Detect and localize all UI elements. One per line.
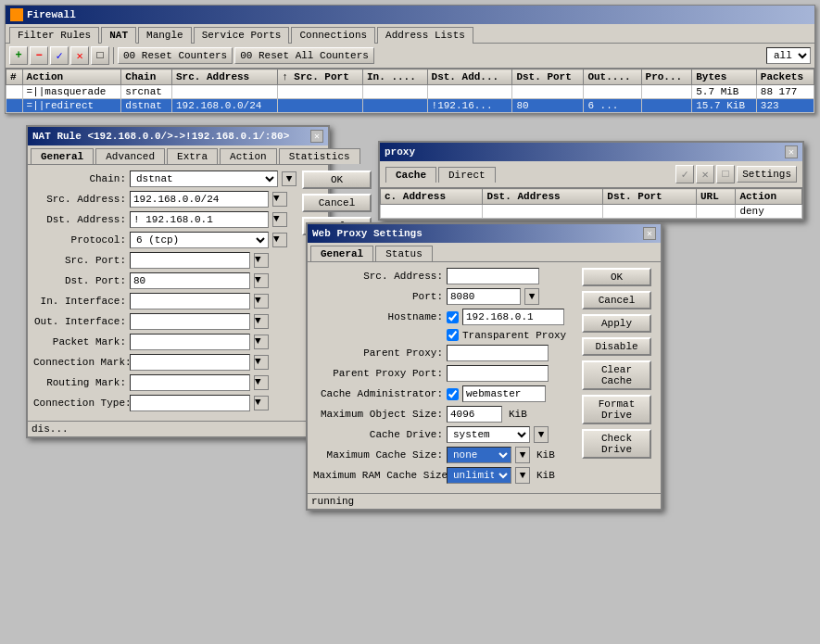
nat-tab-action[interactable]: Action	[220, 148, 277, 164]
nat-tab-general[interactable]: General	[31, 148, 94, 164]
proxy-x-btn[interactable]: ✕	[696, 165, 714, 183]
in-interface-input[interactable]	[130, 293, 250, 309]
tab-filter-rules[interactable]: Filter Rules	[9, 27, 99, 44]
proxy-settings-button[interactable]: Settings	[737, 166, 797, 183]
wp-cache-drive-select[interactable]: system	[447, 426, 530, 443]
dst-address-dropdown[interactable]: ▼	[272, 212, 287, 227]
col-in[interactable]: In. ....	[362, 69, 427, 85]
nat-tab-statistics[interactable]: Statistics	[279, 148, 360, 164]
wp-parent-proxy-input[interactable]	[447, 345, 549, 361]
copy-button[interactable]: □	[91, 46, 109, 65]
wp-cache-admin-checkbox[interactable]	[447, 388, 459, 400]
wp-port-input[interactable]	[447, 288, 521, 305]
proxy-col-src[interactable]: c. Address	[381, 189, 483, 205]
proxy-col-url[interactable]: URL	[697, 189, 736, 205]
wp-max-cache-arrow[interactable]: ▼	[515, 447, 530, 463]
wp-max-obj-input[interactable]	[447, 406, 502, 423]
in-interface-dropdown[interactable]: ▼	[254, 294, 269, 309]
wp-apply-button[interactable]: Apply	[582, 314, 651, 333]
wp-port-dropdown[interactable]: ▼	[524, 288, 539, 305]
chain-arrow[interactable]: ▼	[282, 171, 296, 186]
remove-button[interactable]: −	[30, 46, 48, 65]
web-proxy-tab-status[interactable]: Status	[375, 246, 433, 261]
col-bytes[interactable]: Bytes	[692, 69, 757, 85]
proxy-close[interactable]: ✕	[785, 145, 798, 158]
nat-cancel-button[interactable]: Cancel	[302, 194, 372, 212]
col-dst-addr[interactable]: Dst. Add...	[427, 69, 512, 85]
reset-all-counters-button[interactable]: 00 Reset All Counters	[234, 47, 374, 64]
wp-max-ram-select[interactable]: unlimited	[447, 467, 511, 484]
wp-max-cache-select[interactable]: none	[447, 447, 511, 463]
wp-format-drive-button[interactable]: Format Drive	[582, 395, 651, 424]
filter-select[interactable]: all	[766, 47, 811, 64]
col-proto[interactable]: Pro...	[641, 69, 692, 85]
proxy-tab-direct[interactable]: Direct	[438, 167, 496, 183]
protocol-arrow[interactable]: ▼	[272, 233, 287, 247]
dst-port-input[interactable]	[130, 272, 250, 289]
dst-port-dropdown[interactable]: ▼	[254, 273, 269, 288]
wp-disable-button[interactable]: Disable	[582, 337, 651, 356]
col-src-port[interactable]: ↑ Src. Port	[278, 69, 363, 85]
proxy-col-dport[interactable]: Dst. Port	[603, 189, 697, 205]
packet-mark-dropdown[interactable]: ▼	[254, 335, 269, 349]
nat-rule-close[interactable]: ✕	[310, 130, 323, 143]
table-row[interactable]: =||redirect dstnat 192.168.0.0/24 !192.1…	[6, 99, 814, 113]
col-num[interactable]: #	[6, 69, 23, 85]
src-port-dropdown[interactable]: ▼	[254, 253, 269, 268]
tab-mangle[interactable]: Mangle	[138, 27, 192, 44]
nat-tab-extra[interactable]: Extra	[167, 148, 218, 164]
reset-counters-button[interactable]: 00 Reset Counters	[118, 47, 233, 64]
col-packets[interactable]: Packets	[756, 69, 814, 85]
wp-src-address-input[interactable]	[447, 268, 539, 284]
proxy-check-btn[interactable]: ✓	[675, 165, 694, 183]
src-address-input[interactable]	[130, 191, 269, 208]
routing-mark-dropdown[interactable]: ▼	[254, 375, 269, 390]
dst-address-input[interactable]	[130, 211, 269, 228]
cross-button[interactable]: ✕	[70, 46, 89, 65]
table-row[interactable]: deny	[381, 205, 802, 219]
wp-parent-port-input[interactable]	[447, 365, 549, 382]
tab-connections[interactable]: Connections	[291, 27, 375, 44]
col-action[interactable]: Action	[22, 69, 121, 85]
routing-mark-input[interactable]	[130, 374, 250, 391]
chain-select[interactable]: dstnat	[130, 170, 278, 187]
col-src-addr[interactable]: Src. Address	[171, 69, 277, 85]
out-interface-dropdown[interactable]: ▼	[254, 314, 269, 329]
proxy-col-action[interactable]: Action	[736, 189, 802, 205]
wp-hostname-checkbox[interactable]	[447, 311, 459, 323]
proxy-copy-btn[interactable]: □	[716, 165, 735, 183]
nat-tab-advanced[interactable]: Advanced	[95, 148, 165, 164]
conn-mark-dropdown[interactable]: ▼	[254, 355, 269, 370]
wp-max-ram-arrow[interactable]: ▼	[515, 467, 530, 484]
wp-clear-cache-button[interactable]: Clear Cache	[582, 360, 651, 390]
web-proxy-close[interactable]: ✕	[643, 227, 656, 240]
conn-mark-input[interactable]	[130, 354, 250, 371]
out-interface-input[interactable]	[130, 313, 250, 330]
wp-cancel-button[interactable]: Cancel	[582, 291, 651, 309]
add-button[interactable]: +	[9, 46, 28, 65]
proxy-tab-cache[interactable]: Cache	[385, 167, 436, 183]
wp-cache-drive-arrow[interactable]: ▼	[534, 426, 549, 443]
tab-address-lists[interactable]: Address Lists	[377, 27, 473, 44]
col-dst-port[interactable]: Dst. Port	[512, 69, 584, 85]
packet-mark-input[interactable]	[130, 334, 250, 350]
src-address-dropdown[interactable]: ▼	[272, 192, 287, 207]
tab-nat[interactable]: NAT	[101, 27, 136, 44]
check-button[interactable]: ✓	[50, 46, 69, 65]
conn-type-input[interactable]	[130, 395, 250, 411]
wp-transparent-checkbox[interactable]	[447, 329, 459, 341]
src-port-input[interactable]	[130, 252, 250, 269]
wp-check-drive-button[interactable]: Check Drive	[582, 429, 651, 459]
proxy-col-dst[interactable]: Dst. Address	[483, 189, 603, 205]
table-row[interactable]: =||masquerade srcnat 5.7 MiB 88 177	[6, 85, 814, 99]
wp-ok-button[interactable]: OK	[582, 268, 651, 286]
tab-service-ports[interactable]: Service Ports	[194, 27, 290, 44]
nat-ok-button[interactable]: OK	[302, 170, 372, 189]
conn-type-dropdown[interactable]: ▼	[254, 396, 269, 410]
protocol-select[interactable]: 6 (tcp)	[130, 232, 269, 248]
col-out[interactable]: Out....	[584, 69, 641, 85]
col-chain[interactable]: Chain	[121, 69, 172, 85]
web-proxy-tab-general[interactable]: General	[310, 246, 373, 261]
wp-cache-admin-input[interactable]	[462, 385, 546, 402]
wp-hostname-input[interactable]	[462, 309, 564, 325]
